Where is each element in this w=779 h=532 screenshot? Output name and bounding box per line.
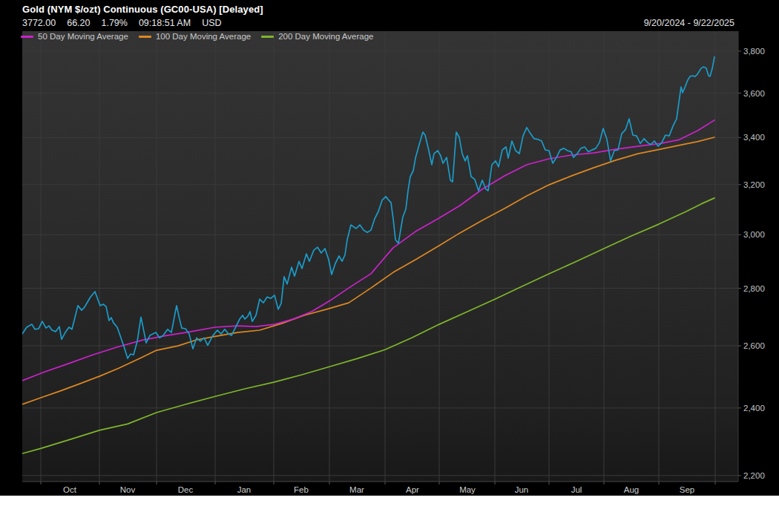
y-axis-label: 3,000 <box>743 230 765 239</box>
y-axis-label: 2,600 <box>743 341 765 350</box>
x-axis-label: Jan <box>237 485 252 494</box>
x-axis-label: Nov <box>120 485 135 494</box>
ma200-swatch-icon <box>261 36 274 38</box>
y-axis-label: 2,200 <box>743 471 765 480</box>
y-axis-label: 2,400 <box>743 404 765 413</box>
legend-item-200dma[interactable]: 200 Day Moving Average <box>261 32 373 41</box>
ma100-swatch-icon <box>139 36 151 38</box>
x-axis-label: Aug <box>624 485 639 494</box>
y-axis-label: 3,800 <box>743 47 765 56</box>
y-axis-label: 3,400 <box>743 133 765 142</box>
ma50-swatch-icon <box>21 36 33 38</box>
x-axis-label: Apr <box>406 485 419 494</box>
y-axis-label: 3,600 <box>743 89 765 98</box>
y-axis-label: 3,200 <box>743 180 765 189</box>
ma200-legend-label: 200 Day Moving Average <box>278 32 373 41</box>
x-axis-label: Feb <box>294 485 309 494</box>
gold-chart-widget: Gold (NYM $/ozt) Continuous (GC00-USA) [… <box>0 0 779 532</box>
x-axis-label: Oct <box>63 485 76 494</box>
x-axis-label: Dec <box>178 485 193 494</box>
y-axis-label: 2,800 <box>743 284 765 293</box>
x-axis-label: Jun <box>515 485 529 494</box>
chart-panel: Gold (NYM $/ozt) Continuous (GC00-USA) [… <box>0 0 779 496</box>
legend-item-50dma[interactable]: 50 Day Moving Average <box>21 32 128 41</box>
x-axis-label: Mar <box>349 485 364 494</box>
x-axis-label: Sep <box>680 485 694 494</box>
legend-item-100dma[interactable]: 100 Day Moving Average <box>139 32 251 41</box>
x-axis-label: Jul <box>571 485 582 494</box>
x-axis-label: May <box>459 485 476 494</box>
legend: 50 Day Moving Average 100 Day Moving Ave… <box>21 32 373 41</box>
ma50-legend-label: 50 Day Moving Average <box>38 32 128 41</box>
ma100-legend-label: 100 Day Moving Average <box>156 32 251 41</box>
price-chart-plot-area[interactable] <box>0 0 779 496</box>
